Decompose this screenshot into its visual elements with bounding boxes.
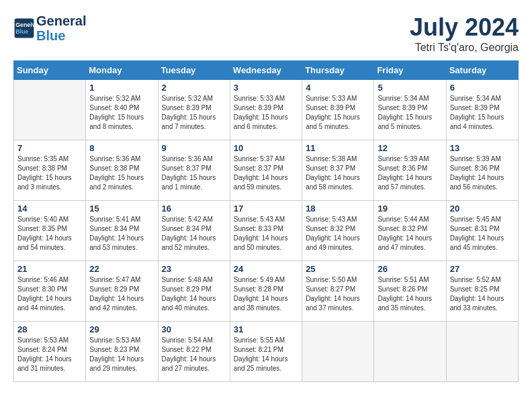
day-info: Sunrise: 5:45 AM Sunset: 8:31 PM Dayligh… — [450, 215, 515, 253]
day-number: 9 — [162, 143, 226, 153]
weekday-header-sunday: Sunday — [14, 61, 86, 80]
weekday-header-row: SundayMondayTuesdayWednesdayThursdayFrid… — [14, 61, 519, 80]
day-info: Sunrise: 5:37 AM Sunset: 8:37 PM Dayligh… — [234, 154, 298, 192]
day-cell — [14, 80, 86, 140]
day-info: Sunrise: 5:33 AM Sunset: 8:39 PM Dayligh… — [234, 94, 298, 132]
week-row-1: 1Sunrise: 5:32 AM Sunset: 8:40 PM Daylig… — [14, 80, 519, 140]
weekday-header-monday: Monday — [86, 61, 158, 80]
day-info: Sunrise: 5:41 AM Sunset: 8:34 PM Dayligh… — [89, 215, 154, 253]
day-cell: 16Sunrise: 5:42 AM Sunset: 8:34 PM Dayli… — [158, 201, 230, 261]
day-info: Sunrise: 5:40 AM Sunset: 8:35 PM Dayligh… — [17, 215, 82, 253]
title-block: July 2024 Tetri Ts'q'aro, Georgia — [410, 13, 519, 54]
day-number: 17 — [234, 203, 298, 214]
day-cell: 2Sunrise: 5:32 AM Sunset: 8:39 PM Daylig… — [158, 80, 230, 140]
day-info: Sunrise: 5:51 AM Sunset: 8:26 PM Dayligh… — [378, 275, 442, 313]
day-number: 24 — [234, 264, 298, 274]
day-number: 23 — [162, 264, 226, 274]
day-cell: 4Sunrise: 5:33 AM Sunset: 8:39 PM Daylig… — [302, 80, 374, 140]
day-number: 2 — [162, 83, 226, 93]
weekday-header-wednesday: Wednesday — [230, 61, 302, 80]
day-cell: 13Sunrise: 5:39 AM Sunset: 8:36 PM Dayli… — [446, 140, 518, 201]
day-number: 4 — [306, 83, 370, 93]
day-number: 25 — [306, 264, 370, 274]
day-info: Sunrise: 5:32 AM Sunset: 8:40 PM Dayligh… — [89, 94, 154, 132]
day-cell: 8Sunrise: 5:36 AM Sunset: 8:38 PM Daylig… — [86, 140, 158, 201]
day-info: Sunrise: 5:46 AM Sunset: 8:30 PM Dayligh… — [17, 275, 82, 313]
day-number: 10 — [234, 143, 298, 153]
day-number: 19 — [378, 203, 442, 214]
day-info: Sunrise: 5:39 AM Sunset: 8:36 PM Dayligh… — [378, 154, 442, 192]
day-cell: 31Sunrise: 5:55 AM Sunset: 8:21 PM Dayli… — [230, 322, 302, 382]
day-number: 20 — [450, 203, 515, 214]
day-cell: 30Sunrise: 5:54 AM Sunset: 8:22 PM Dayli… — [158, 322, 230, 382]
day-cell: 10Sunrise: 5:37 AM Sunset: 8:37 PM Dayli… — [230, 140, 302, 201]
day-number: 30 — [162, 324, 226, 334]
logo-general: General — [36, 13, 86, 28]
day-cell: 11Sunrise: 5:38 AM Sunset: 8:37 PM Dayli… — [302, 140, 374, 201]
day-info: Sunrise: 5:52 AM Sunset: 8:25 PM Dayligh… — [450, 275, 515, 313]
day-info: Sunrise: 5:43 AM Sunset: 8:32 PM Dayligh… — [306, 215, 370, 253]
day-number: 28 — [17, 324, 82, 334]
day-cell: 17Sunrise: 5:43 AM Sunset: 8:33 PM Dayli… — [230, 201, 302, 261]
day-info: Sunrise: 5:33 AM Sunset: 8:39 PM Dayligh… — [306, 94, 370, 132]
day-cell: 18Sunrise: 5:43 AM Sunset: 8:32 PM Dayli… — [302, 201, 374, 261]
svg-text:Blue: Blue — [15, 28, 28, 35]
day-number: 3 — [234, 83, 298, 93]
day-info: Sunrise: 5:36 AM Sunset: 8:37 PM Dayligh… — [162, 154, 226, 192]
day-cell: 27Sunrise: 5:52 AM Sunset: 8:25 PM Dayli… — [446, 261, 518, 322]
day-cell: 23Sunrise: 5:48 AM Sunset: 8:29 PM Dayli… — [158, 261, 230, 322]
day-cell: 7Sunrise: 5:35 AM Sunset: 8:38 PM Daylig… — [14, 140, 86, 201]
day-number: 8 — [89, 143, 154, 153]
day-number: 15 — [89, 203, 154, 214]
day-info: Sunrise: 5:47 AM Sunset: 8:29 PM Dayligh… — [89, 275, 154, 313]
day-cell — [446, 322, 518, 382]
day-number: 14 — [17, 203, 82, 214]
day-cell: 15Sunrise: 5:41 AM Sunset: 8:34 PM Dayli… — [86, 201, 158, 261]
month-year: July 2024 — [410, 13, 519, 42]
weekday-header-thursday: Thursday — [302, 61, 374, 80]
day-number: 22 — [89, 264, 154, 274]
day-cell: 21Sunrise: 5:46 AM Sunset: 8:30 PM Dayli… — [14, 261, 86, 322]
day-info: Sunrise: 5:39 AM Sunset: 8:36 PM Dayligh… — [450, 154, 515, 192]
week-row-4: 21Sunrise: 5:46 AM Sunset: 8:30 PM Dayli… — [14, 261, 519, 322]
svg-text:General: General — [15, 21, 35, 28]
day-info: Sunrise: 5:53 AM Sunset: 8:24 PM Dayligh… — [17, 336, 82, 373]
weekday-header-friday: Friday — [374, 61, 446, 80]
day-cell: 22Sunrise: 5:47 AM Sunset: 8:29 PM Dayli… — [86, 261, 158, 322]
day-info: Sunrise: 5:44 AM Sunset: 8:32 PM Dayligh… — [378, 215, 442, 253]
day-cell — [374, 322, 446, 382]
day-info: Sunrise: 5:34 AM Sunset: 8:39 PM Dayligh… — [378, 94, 442, 132]
day-cell: 6Sunrise: 5:34 AM Sunset: 8:39 PM Daylig… — [446, 80, 518, 140]
day-cell: 28Sunrise: 5:53 AM Sunset: 8:24 PM Dayli… — [14, 322, 86, 382]
day-info: Sunrise: 5:42 AM Sunset: 8:34 PM Dayligh… — [162, 215, 226, 253]
weekday-header-saturday: Saturday — [446, 61, 518, 80]
day-cell: 20Sunrise: 5:45 AM Sunset: 8:31 PM Dayli… — [446, 201, 518, 261]
day-number: 1 — [89, 83, 154, 93]
day-info: Sunrise: 5:53 AM Sunset: 8:23 PM Dayligh… — [89, 336, 154, 373]
day-cell: 19Sunrise: 5:44 AM Sunset: 8:32 PM Dayli… — [374, 201, 446, 261]
day-cell: 1Sunrise: 5:32 AM Sunset: 8:40 PM Daylig… — [86, 80, 158, 140]
day-info: Sunrise: 5:38 AM Sunset: 8:37 PM Dayligh… — [306, 154, 370, 192]
day-info: Sunrise: 5:50 AM Sunset: 8:27 PM Dayligh… — [306, 275, 370, 313]
week-row-5: 28Sunrise: 5:53 AM Sunset: 8:24 PM Dayli… — [14, 322, 519, 382]
weekday-header-tuesday: Tuesday — [158, 61, 230, 80]
logo: General Blue General Blue — [13, 13, 86, 43]
day-cell: 3Sunrise: 5:33 AM Sunset: 8:39 PM Daylig… — [230, 80, 302, 140]
day-number: 7 — [17, 143, 82, 153]
day-cell: 29Sunrise: 5:53 AM Sunset: 8:23 PM Dayli… — [86, 322, 158, 382]
day-cell: 5Sunrise: 5:34 AM Sunset: 8:39 PM Daylig… — [374, 80, 446, 140]
day-number: 13 — [450, 143, 515, 153]
day-number: 29 — [89, 324, 154, 334]
day-number: 21 — [17, 264, 82, 274]
day-info: Sunrise: 5:49 AM Sunset: 8:28 PM Dayligh… — [234, 275, 298, 313]
logo-icon: General Blue — [13, 17, 35, 39]
week-row-3: 14Sunrise: 5:40 AM Sunset: 8:35 PM Dayli… — [14, 201, 519, 261]
day-info: Sunrise: 5:32 AM Sunset: 8:39 PM Dayligh… — [162, 94, 226, 132]
day-info: Sunrise: 5:36 AM Sunset: 8:38 PM Dayligh… — [89, 154, 154, 192]
day-info: Sunrise: 5:54 AM Sunset: 8:22 PM Dayligh… — [162, 336, 226, 373]
page-header: General Blue General Blue July 2024 Tetr… — [13, 13, 519, 54]
day-number: 12 — [378, 143, 442, 153]
day-info: Sunrise: 5:55 AM Sunset: 8:21 PM Dayligh… — [234, 336, 298, 373]
day-cell: 25Sunrise: 5:50 AM Sunset: 8:27 PM Dayli… — [302, 261, 374, 322]
day-cell: 12Sunrise: 5:39 AM Sunset: 8:36 PM Dayli… — [374, 140, 446, 201]
